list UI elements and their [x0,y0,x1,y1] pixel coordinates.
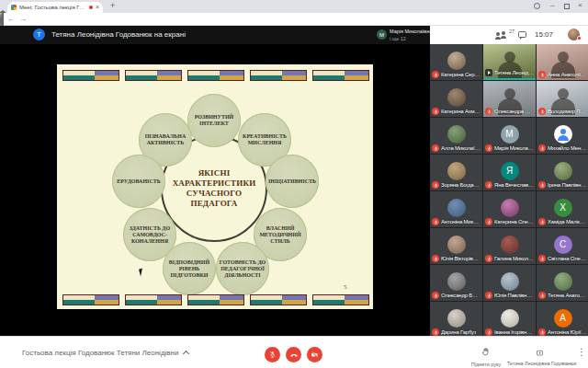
participant-name-row: Михайло Менж... [538,144,587,152]
participant-tile[interactable]: Олександра Вік... [483,81,536,117]
avatar-photo [501,236,519,254]
participant-name: Яна Вячеславів... [494,182,534,188]
participant-tile[interactable]: Тетяна Леонідів... [483,44,536,80]
participant-name: Юлія Вікторівна ... [441,256,481,261]
participant-name-row: Олександра Вік... [485,108,534,115]
back-button[interactable]: ← [7,15,15,23]
browser-toolbar: ← → meet.google.com/bgo-gcox-uaj?authuse… [0,13,588,26]
window-close-button[interactable]: × [578,1,582,9]
mic-muted-icon [538,255,546,262]
participant-tile[interactable]: Алла Миколаївн... [430,118,482,154]
participant-tile[interactable]: ССвітлана Олексі... [537,228,588,264]
participant-name: Анна Анатоліївн... [548,72,587,77]
chat-icon[interactable] [518,31,526,38]
participant-tile[interactable]: Тетяна Анатолії... [537,265,588,301]
participant-tile[interactable]: Катерина Олекс... [483,191,536,227]
avatar-photo [447,88,466,107]
participant-tile[interactable]: Олександр Бор... [430,265,482,301]
participant-tile[interactable]: Ірина Павлівна ... [537,155,588,190]
participant-tile[interactable]: ЯЯна Вячеславів... [483,155,536,190]
avatar-letter: А [554,309,572,328]
participant-name: Марія Миколаїв... [494,145,534,151]
end-call-button[interactable] [286,347,301,362]
participant-tile[interactable]: Зоряна Богдані... [430,155,482,190]
participant-tile[interactable]: Іванна Ігорівна ... [483,302,536,336]
participant-name-row: Володимир Про... [538,108,587,115]
participant-name: Юлія Павлівна ... [494,293,534,298]
participant-name-row: Марія Миколаїв... [485,144,534,152]
pinned-more-count: і ще 12 [390,36,406,41]
browser-tab[interactable]: Meet: Гостьова лекція Год... × [7,2,103,13]
participant-tile[interactable]: Антоніна Микол... [430,191,482,227]
window-settings-icon[interactable] [534,3,540,9]
participant-tile[interactable]: XХаміда Маліков... [537,191,588,227]
mic-muted-icon [432,328,439,336]
presenting-status[interactable]: Тетяна Леонідівна Годованюк проводить пр… [507,344,571,368]
participant-name: Володимир Про... [548,109,587,114]
slide-border-segment [312,294,369,305]
participant-tile[interactable]: Катерина Сергії... [430,44,482,80]
mic-muted-icon [485,108,492,115]
diagram-circle: ЕРУДОВАНІСТЬ [112,155,165,208]
participant-tile[interactable]: Катерина Ахмед... [430,81,482,117]
slide-bottom-border [62,294,369,305]
new-tab-button[interactable]: + [110,1,115,10]
avatar-photo [447,199,466,217]
participant-name-row: Олександр Бор... [432,292,481,299]
participant-tile[interactable]: Галина Миколаї... [483,228,536,264]
participant-name: Катерина Ахмед... [441,109,481,114]
mic-muted-icon [485,181,492,189]
raise-hand-button[interactable]: Підняти руку [470,344,502,367]
meet-favicon-icon [11,5,17,10]
end-call-icon [289,351,299,360]
mic-muted-icon [432,255,439,262]
participant-tile[interactable]: Михайло Менж... [537,118,588,154]
participants-icon[interactable] [496,31,507,40]
participant-name-row: Яна Вячеславів... [485,181,534,189]
avatar-photo [554,162,572,180]
mic-muted-icon [538,218,546,225]
slide-border-segment [62,70,119,81]
slide-top-border [62,70,369,81]
avatar-photo [447,162,466,180]
participant-name: Олександра Вік... [494,109,534,114]
participant-tile[interactable]: Юлія Вікторівна ... [430,228,482,264]
participant-tile[interactable]: Дарина Гарбуз [430,302,482,336]
mic-muted-icon [432,144,439,152]
avatar-letter: M [501,125,519,144]
mic-muted-icon [485,328,492,336]
chevron-up-icon[interactable] [183,351,189,357]
participant-name-row: Світлана Олексі... [538,255,587,262]
window-minimize-button[interactable]: – [550,1,554,9]
participant-tile[interactable]: MМарія Миколаїв... [483,118,536,154]
participant-name-row: Анна Анатоліївн... [538,71,587,78]
tab-close-icon[interactable]: × [96,5,99,10]
camera-off-icon [311,351,319,359]
forward-button[interactable]: → [19,15,27,23]
more-options-icon[interactable]: ⋮ [577,347,586,357]
pinned-participant[interactable]: M Марія Миколаївна Аста... і ще 12 [375,26,430,44]
participant-tile[interactable]: Юлія Павлівна ... [483,265,536,301]
slide-border-segment [250,70,307,81]
participant-name: Світлана Олексі... [548,256,587,261]
mic-muted-icon [538,292,546,299]
avatar-photo [501,272,519,291]
mic-muted-icon [485,144,492,152]
participant-tile[interactable]: Володимир Про... [537,81,588,117]
meeting-title[interactable]: Гостьова лекція Годованюк Тетяни Леоніді… [22,349,178,357]
mic-off-button[interactable] [265,347,280,362]
participant-name-row: Антоніна Микол... [432,218,481,225]
slide-border-segment [312,70,369,81]
camera-off-button[interactable] [307,347,322,362]
slide-page-number: 5 [344,283,347,291]
participant-tile[interactable]: Анна Анатоліївн... [537,44,588,80]
presentation-slide[interactable]: ЯКІСНІ ХАРАКТЕРИСТИКИ СУЧАСНОГО ПЕДАГОГА… [57,64,373,309]
participant-name-row: Катерина Олекс... [485,218,534,225]
mic-muted-icon [432,292,439,299]
avatar-photo [447,309,466,328]
participant-tile[interactable]: ААнтоніна Юріївн... [537,302,588,336]
slide-border-segment [62,294,119,305]
participant-name: Тетяна Леонідів... [494,70,534,75]
window-maximize-button[interactable] [564,4,570,9]
participant-name: Антоніна Микол... [441,219,481,224]
